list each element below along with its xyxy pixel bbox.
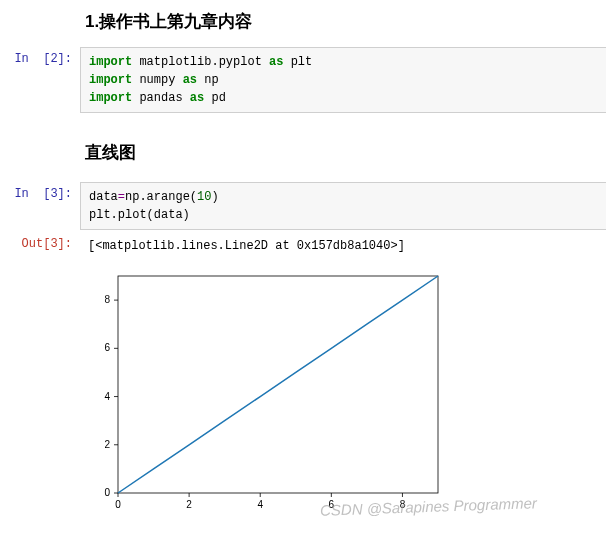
output-text: [<matplotlib.lines.Line2D at 0x157db8a10… — [80, 232, 606, 260]
in-prompt: In [2]: — [0, 47, 80, 66]
line-chart: 0246802468 — [80, 266, 450, 521]
code-cell-1: In [2]: import matplotlib.pyplot as plti… — [0, 47, 606, 115]
subsection-heading: 直线图 — [85, 141, 606, 164]
chart-output: 0246802468 — [80, 266, 606, 524]
svg-text:8: 8 — [104, 294, 110, 305]
svg-text:4: 4 — [257, 499, 263, 510]
output-cell: Out[3]: [<matplotlib.lines.Line2D at 0x1… — [0, 232, 606, 262]
section-heading: 1.操作书上第九章内容 — [85, 10, 606, 33]
in-prompt: In [3]: — [0, 182, 80, 201]
svg-text:2: 2 — [186, 499, 192, 510]
code-cell-2: In [3]: data=np.arange(10)plt.plot(data) — [0, 182, 606, 232]
svg-text:6: 6 — [104, 342, 110, 353]
code-input[interactable]: import matplotlib.pyplot as pltimport nu… — [80, 47, 606, 113]
code-input[interactable]: data=np.arange(10)plt.plot(data) — [80, 182, 606, 230]
out-prompt: Out[3]: — [0, 232, 80, 251]
svg-text:8: 8 — [400, 499, 406, 510]
svg-text:4: 4 — [104, 391, 110, 402]
svg-text:0: 0 — [104, 487, 110, 498]
svg-text:2: 2 — [104, 439, 110, 450]
svg-text:0: 0 — [115, 499, 121, 510]
svg-text:6: 6 — [329, 499, 335, 510]
